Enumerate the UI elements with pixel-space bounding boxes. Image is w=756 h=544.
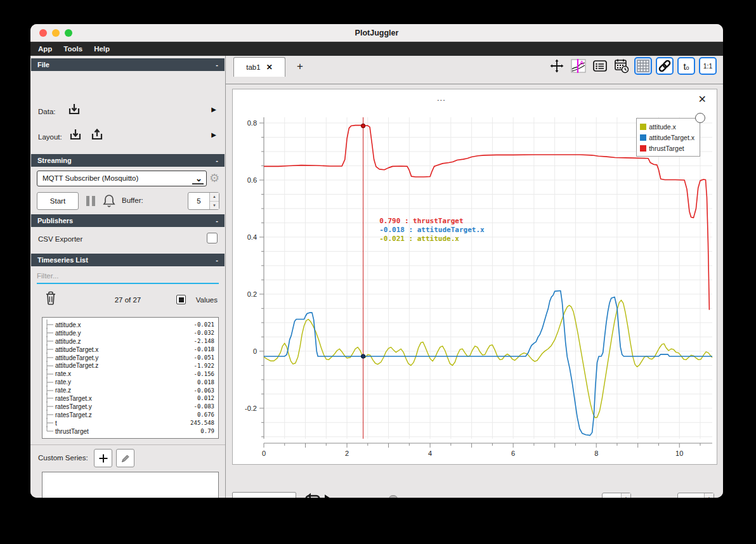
legend-label: thrustTarget <box>649 145 684 152</box>
timeseries-row[interactable]: rate.x -0.156 <box>44 370 214 378</box>
time-display[interactable]: 2.390 <box>232 492 296 498</box>
divider <box>30 444 225 445</box>
timeseries-list[interactable]: attitude.x -0.021 attitude.y -0.032 atti… <box>42 317 219 439</box>
menu-help[interactable]: Help <box>94 45 110 53</box>
chart-canvas[interactable]: 0246810-0.200.20.40.60.8 0.790 : thrustT… <box>233 111 718 463</box>
tracker-tool-button[interactable]: A <box>570 57 587 75</box>
tab-close-icon[interactable]: ✕ <box>266 63 273 72</box>
timeseries-row[interactable]: ratesTarget.x 0.012 <box>44 394 214 403</box>
tab-label: tab1 <box>246 63 260 71</box>
streaming-source-select[interactable]: MQTT Subscriber (Mosquitto) ⌄ <box>37 171 207 186</box>
collapse-icon: - <box>216 154 218 167</box>
legend-entry[interactable]: attitude.x <box>640 121 694 132</box>
timeseries-row[interactable]: attitudeTarget.x -0.018 <box>44 346 214 354</box>
filter-input[interactable] <box>37 269 219 283</box>
section-header-streaming[interactable]: Streaming - <box>31 154 225 167</box>
streaming-settings-gear-icon[interactable]: ⚙ <box>209 171 219 185</box>
new-tab-button[interactable]: + <box>292 58 308 75</box>
timeseries-row[interactable]: attitudeTarget.z -1.922 <box>44 361 214 370</box>
buffer-spinbox[interactable]: 5 ▲ ▼ <box>188 192 219 210</box>
plot-splitter-handle[interactable]: ... <box>437 93 446 103</box>
curve-list-button[interactable] <box>591 57 609 75</box>
svg-text:0: 0 <box>253 347 257 355</box>
timeseries-row[interactable]: thrustTarget 0.79 <box>44 427 214 436</box>
timeline-slider[interactable] <box>342 496 564 498</box>
sidebar: File - Data: ▶ Layout: ▶ Streaming - MQT… <box>30 56 226 498</box>
step-size-spinbox[interactable]: 0.000 ▲ ▼ <box>677 493 714 498</box>
buffer-label: Buffer: <box>122 197 143 204</box>
grid-toggle-button[interactable] <box>634 57 652 75</box>
buffer-value: 5 <box>188 193 209 209</box>
series-attitudeTarget.x <box>264 291 712 436</box>
csv-exporter-checkbox[interactable] <box>207 233 218 243</box>
legend-entry[interactable]: thrustTarget <box>640 143 694 153</box>
menu-app[interactable]: App <box>38 45 52 53</box>
streaming-source-value: MQTT Subscriber (Mosquitto) <box>42 174 138 182</box>
load-data-icon[interactable] <box>66 101 82 118</box>
values-label: Values <box>196 296 218 304</box>
timeseries-row[interactable]: ratesTarget.z 0.676 <box>44 411 214 419</box>
step-size-label: Step size: <box>638 497 672 498</box>
pause-icon[interactable] <box>85 195 96 207</box>
timeseries-row[interactable]: attitude.z -2.148 <box>44 337 214 346</box>
series-value: -0.032 <box>193 330 214 336</box>
series-value: -0.051 <box>193 354 214 361</box>
values-checkbox[interactable] <box>176 295 186 304</box>
edit-custom-series-button[interactable] <box>116 449 134 467</box>
timeseries-row[interactable]: attitude.y -0.032 <box>44 329 214 337</box>
series-name: attitude.y <box>55 330 193 337</box>
spin-up-icon[interactable]: ▲ <box>705 493 714 498</box>
series-value: -0.156 <box>193 371 214 377</box>
time-offset-button[interactable]: to <box>677 57 695 75</box>
t0-sub: o <box>686 65 689 71</box>
section-header-publishers[interactable]: Publishers - <box>31 214 225 227</box>
svg-text:6: 6 <box>511 450 515 457</box>
custom-series-list[interactable] <box>42 472 219 498</box>
timeseries-row[interactable]: attitudeTarget.y -0.051 <box>44 354 214 362</box>
plot-close-icon[interactable]: ✕ <box>698 93 707 105</box>
series-value: 0.018 <box>197 379 214 385</box>
notifications-bell-icon[interactable] <box>102 193 116 209</box>
speed-spinbox[interactable]: 1.0 ▲ ▼ <box>602 493 631 498</box>
series-name: ratesTarget.z <box>55 411 197 418</box>
csv-exporter-label: CSV Exporter <box>38 235 82 243</box>
timeseries-row[interactable]: t 245.548 <box>44 419 214 427</box>
start-button[interactable]: Start <box>37 192 79 210</box>
spin-up-icon[interactable]: ▲ <box>622 493 630 498</box>
layout-expand-arrow[interactable]: ▶ <box>211 131 216 138</box>
loop-button[interactable] <box>303 492 322 498</box>
ratio-button[interactable]: 1:1 <box>699 57 717 75</box>
load-layout-icon[interactable] <box>67 127 84 143</box>
legend-knob[interactable] <box>695 113 705 123</box>
series-value: 0.012 <box>197 395 214 401</box>
spin-up-icon[interactable]: ▲ <box>210 193 219 202</box>
menu-tools[interactable]: Tools <box>63 45 82 53</box>
tab-tab1[interactable]: tab1 ✕ <box>233 57 285 77</box>
link-axes-button[interactable] <box>656 57 674 75</box>
move-tool-button[interactable] <box>548 57 566 75</box>
data-label: Data: <box>38 108 56 115</box>
data-expand-arrow[interactable]: ▶ <box>211 106 216 113</box>
series-value: -0.018 <box>193 346 214 353</box>
slider-handle[interactable] <box>389 495 398 498</box>
section-header-timeseries[interactable]: Timeseries List - <box>31 254 225 266</box>
collapse-icon: - <box>216 214 218 227</box>
grid-icon <box>637 60 649 72</box>
svg-text:4: 4 <box>428 450 432 457</box>
spin-down-icon[interactable]: ▼ <box>210 202 219 210</box>
datetime-button[interactable] <box>613 57 630 75</box>
timeseries-row[interactable]: ratesTarget.y -0.083 <box>44 403 214 411</box>
section-header-file[interactable]: File - <box>31 58 225 71</box>
add-custom-series-button[interactable] <box>94 449 112 467</box>
plot-legend[interactable]: attitude.x attitudeTarget.x thrustTarget <box>636 118 700 157</box>
start-button-label: Start <box>50 197 65 205</box>
timeseries-row[interactable]: attitude.x -0.021 <box>44 321 214 329</box>
save-layout-icon[interactable] <box>89 127 105 143</box>
legend-entry[interactable]: attitudeTarget.x <box>640 132 694 143</box>
tracker-marker <box>361 354 365 358</box>
speed-label: Speed: <box>575 497 599 498</box>
play-button[interactable] <box>325 495 336 498</box>
svg-text:A: A <box>580 60 584 66</box>
timeseries-row[interactable]: rate.z -0.063 <box>44 386 214 394</box>
timeseries-row[interactable]: rate.y 0.018 <box>44 378 214 386</box>
